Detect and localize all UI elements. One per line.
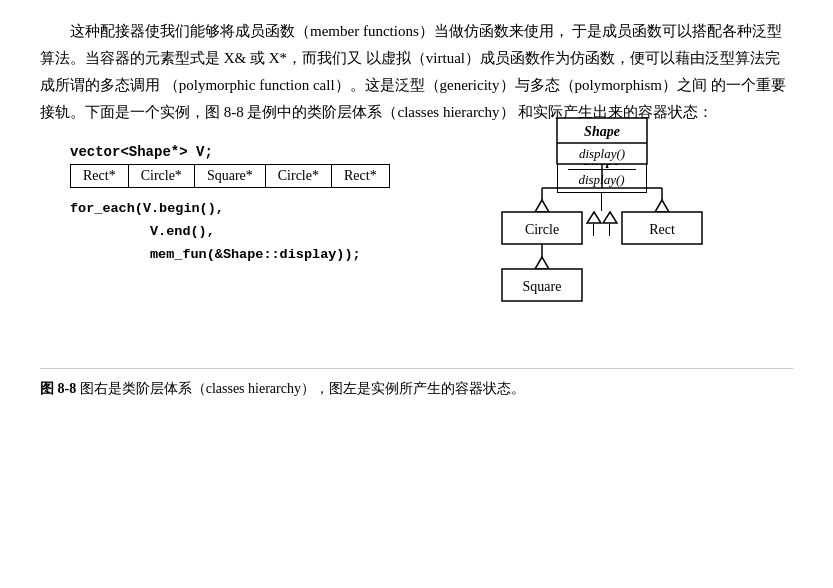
left-diagram: vector<Shape*> V; Rect* Circle* Square* … — [40, 144, 420, 267]
table-cell-3: Circle* — [265, 165, 331, 188]
code-line-1: V.end(), — [70, 221, 420, 244]
svg-marker-11 — [655, 200, 669, 212]
vector-label: vector<Shape*> V; — [70, 144, 420, 160]
table-cell-1: Circle* — [128, 165, 194, 188]
caption-text: 图右是类阶层体系（classes hierarchy），图左是实例所产生的容器状… — [76, 381, 525, 396]
paragraph1: 这种配接器使我们能够将成员函数（member functions）当做仿函数来使… — [40, 18, 793, 126]
caption-num: 8-8 — [58, 381, 77, 396]
diagram-section: vector<Shape*> V; Rect* Circle* Square* … — [40, 144, 793, 350]
table-cell-4: Rect* — [331, 165, 389, 188]
right-diagram: Shape display() — [420, 144, 793, 350]
code-block: for_each(V.begin(), V.end(), mem_fun(&Sh… — [70, 198, 420, 267]
svg-marker-17 — [535, 257, 549, 269]
table-cell-0: Rect* — [71, 165, 129, 188]
svg-text:Square: Square — [522, 279, 561, 294]
table-cell-2: Square* — [194, 165, 265, 188]
uml-svg-container: Shape display() Circle — [497, 116, 707, 350]
svg-text:Shape: Shape — [584, 124, 620, 139]
svg-text:Rect: Rect — [649, 222, 675, 237]
svg-marker-9 — [535, 200, 549, 212]
vector-table: Rect* Circle* Square* Circle* Rect* — [70, 164, 390, 188]
caption-fig: 图 8-8 — [40, 381, 76, 396]
code-line-0: for_each(V.begin(), — [70, 198, 420, 221]
caption-line: 图 8-8 图右是类阶层体系（classes hierarchy），图左是实例所… — [40, 368, 793, 401]
svg-text:display(): display() — [578, 146, 624, 161]
uml-diagram-svg: Shape display() Circle — [497, 116, 707, 346]
code-line-2: mem_fun(&Shape::display)); — [70, 244, 420, 267]
svg-text:Circle: Circle — [524, 222, 558, 237]
